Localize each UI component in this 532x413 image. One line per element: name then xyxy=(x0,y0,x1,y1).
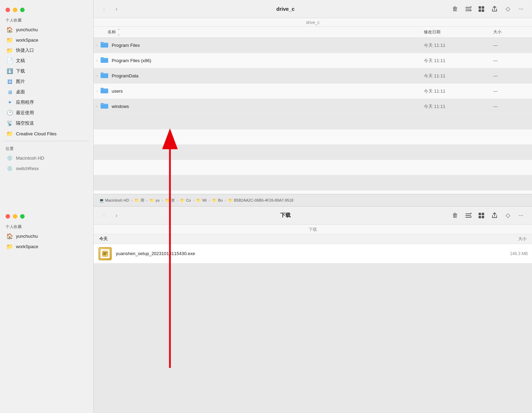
traffic-light-minimize[interactable] xyxy=(13,8,17,12)
sidebar-item-creative[interactable]: 📁 Creative Cloud Files xyxy=(2,128,91,139)
delete-button-bottom[interactable]: 🗑 xyxy=(449,210,461,221)
sidebar-item-label: 文稿 xyxy=(16,58,25,64)
folder-size: — xyxy=(490,88,532,94)
favorites-section-label: 个人收藏 xyxy=(0,15,93,24)
size-column-label: 大小 xyxy=(518,236,526,242)
bottom-path-title: 下载 xyxy=(94,225,532,234)
traffic-light-close[interactable] xyxy=(6,8,10,12)
traffic-light-minimize-bottom[interactable] xyxy=(13,214,17,219)
file-icon-wrapper xyxy=(98,246,112,261)
sidebar-item-switchresx[interactable]: 💿 switchResx xyxy=(2,163,91,174)
share-button-bottom[interactable] xyxy=(489,210,500,221)
tag-button[interactable]: ◇ xyxy=(502,3,513,15)
traffic-light-maximize-bottom[interactable] xyxy=(20,214,25,219)
sidebar-item-yunchuchu-bottom[interactable]: 🏠 yunchuchu xyxy=(2,231,91,241)
folder-row[interactable]: › Program Files 今天 11:11 — xyxy=(94,38,532,53)
folder-date: 今天 11:11 xyxy=(421,58,490,64)
share-button[interactable] xyxy=(489,3,500,15)
tag-button-bottom[interactable]: ◇ xyxy=(502,210,513,221)
sidebar-item-label: switchResx xyxy=(16,166,39,171)
sidebar-item-wengao[interactable]: 📄 文稿 xyxy=(2,56,91,66)
sidebar-item-zhuomian[interactable]: 🖥 桌面 xyxy=(2,87,91,97)
more-button[interactable]: ··· xyxy=(515,3,526,15)
sidebar-item-label: 桌面 xyxy=(16,89,25,95)
bc-hash[interactable]: 📁 B5B2AA2C-06B6-4F26-89A7-9518 xyxy=(227,197,295,203)
svg-rect-0 xyxy=(465,7,471,8)
folder-size: — xyxy=(490,43,532,48)
row-expander[interactable]: › xyxy=(94,104,101,108)
folder-name: windows xyxy=(112,104,421,109)
sidebar-item-label: 最近使用 xyxy=(16,110,34,116)
file-row-exe[interactable]: yuanshen_setup_20231018115430.exe 146.3 … xyxy=(94,244,532,263)
forward-button-bottom[interactable]: › xyxy=(112,211,121,220)
folder-row[interactable]: › ProgramData 今天 11:11 — xyxy=(94,68,532,84)
svg-rect-5 xyxy=(479,9,481,12)
bottom-toolbar: ‹ › 下载 🗑 xyxy=(94,206,532,225)
sidebar-item-workspace-bottom[interactable]: 📁 workSpace xyxy=(2,241,91,252)
sidebar-item-label: 隔空投送 xyxy=(16,120,34,126)
sidebar-item-yingyong[interactable]: ✦ 应用程序 xyxy=(2,97,91,108)
svg-rect-29 xyxy=(465,217,471,218)
path-title: drive_c xyxy=(94,18,532,27)
sidebar-item-tupian[interactable]: 🖼 图片 xyxy=(2,76,91,87)
folder-row[interactable]: › Program Files (x86) 今天 11:11 — xyxy=(94,53,532,68)
col-name-label: 名称 xyxy=(108,29,116,35)
sidebar-item-macintosh[interactable]: 💿 Macintosh HD xyxy=(2,153,91,163)
sidebar-item-label: 图片 xyxy=(16,78,25,85)
traffic-light-maximize[interactable] xyxy=(20,8,25,12)
bc-yu[interactable]: 📁 yu xyxy=(148,197,161,203)
list-sort-button-bottom[interactable] xyxy=(463,210,474,221)
folder-row[interactable]: › users 今天 11:11 — xyxy=(94,84,532,99)
back-button-bottom[interactable]: ‹ xyxy=(99,211,109,220)
forward-button[interactable]: › xyxy=(112,4,121,14)
locations-section-label: 位置 xyxy=(0,143,93,153)
folder-name: ProgramData xyxy=(112,73,421,78)
bc-wi[interactable]: 📁 Wi xyxy=(195,197,208,203)
svg-rect-27 xyxy=(465,213,471,214)
folder-list: › Program Files 今天 11:11 — › xyxy=(94,38,532,114)
sidebar-item-airdrop[interactable]: 📡 隔空投送 xyxy=(2,118,91,128)
list-sort-button[interactable] xyxy=(463,3,474,15)
folder-row-icon xyxy=(101,72,109,80)
more-button-bottom[interactable]: ··· xyxy=(515,210,526,221)
back-button[interactable]: ‹ xyxy=(99,4,109,14)
sidebar-item-yunchuchu[interactable]: 🏠 yunchuchu xyxy=(2,24,91,35)
sidebar-item-label-bottom: workSpace xyxy=(16,244,38,249)
svg-rect-1 xyxy=(465,9,471,9)
row-expander[interactable]: › xyxy=(94,43,101,47)
svg-rect-35 xyxy=(103,252,107,253)
bc-bo[interactable]: 📁 Bo xyxy=(211,197,224,203)
sidebar-item-kuaijie[interactable]: 📁 快捷入口 xyxy=(2,45,91,56)
top-toolbar: ‹ › drive_c 🗑 xyxy=(94,0,532,18)
row-expander[interactable]: › xyxy=(94,59,101,62)
grid-button-bottom[interactable] xyxy=(476,210,487,221)
svg-rect-33 xyxy=(482,216,484,218)
bottom-window-title: 下载 xyxy=(131,212,440,219)
folder-date: 今天 11:11 xyxy=(421,42,490,49)
row-expander[interactable]: › xyxy=(94,74,101,78)
svg-rect-18 xyxy=(101,74,108,74)
folder-row[interactable]: › windows 今天 11:11 — xyxy=(94,99,532,114)
empty-row-2 xyxy=(94,129,532,145)
folder-date: 今天 11:11 xyxy=(421,73,490,79)
sidebar-item-zuijin[interactable]: 🕐 最近使用 xyxy=(2,108,91,118)
svg-rect-26 xyxy=(101,104,108,104)
bc-macintosh[interactable]: 💻 Macintosh HD xyxy=(98,197,130,203)
date-section-header: 今天 大小 xyxy=(94,234,532,244)
row-expander[interactable]: › xyxy=(94,89,101,93)
grid-button[interactable] xyxy=(476,3,487,15)
bc-zi[interactable]: 📁 资 xyxy=(164,197,176,204)
bc-user[interactable]: 📁 用 xyxy=(133,197,146,204)
doc-icon: 📄 xyxy=(6,57,13,64)
favorites-section-label-bottom: 个人收藏 xyxy=(0,221,93,231)
home-icon-bottom: 🏠 xyxy=(6,233,13,239)
sidebar-item-workspace[interactable]: 📁 workSpace xyxy=(2,35,91,45)
sidebar-item-xiazai[interactable]: ⬇️ 下载 xyxy=(2,66,91,76)
bc-co[interactable]: 📁 Co xyxy=(179,197,192,203)
folder-size: — xyxy=(490,104,532,109)
sidebar-item-label: 快捷入口 xyxy=(16,47,34,53)
disk-icon-macintosh: 💿 xyxy=(6,154,13,161)
empty-row-3 xyxy=(94,145,532,160)
delete-button[interactable]: 🗑 xyxy=(449,3,461,15)
traffic-light-close-bottom[interactable] xyxy=(6,214,10,219)
